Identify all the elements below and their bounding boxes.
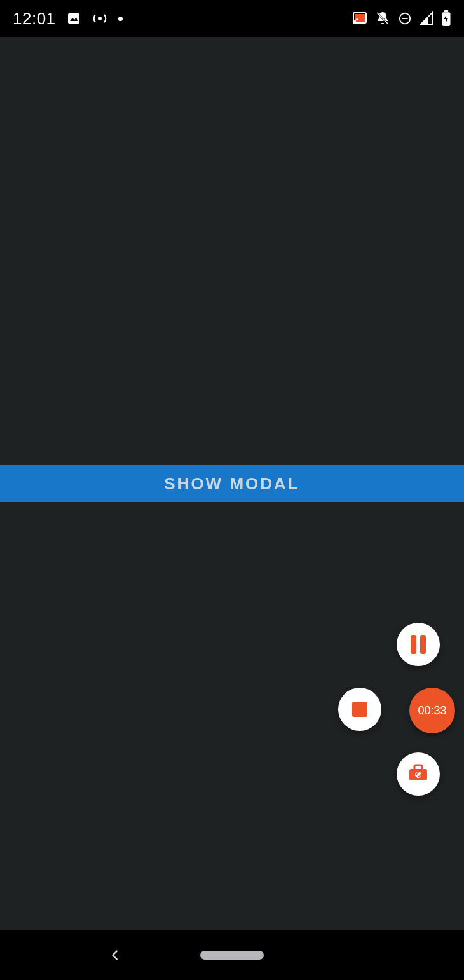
status-bar-left: 12:01 — [13, 9, 123, 29]
svg-rect-3 — [355, 14, 365, 22]
battery-charging-icon — [441, 10, 451, 27]
recorder-pause-button[interactable] — [397, 623, 440, 666]
nav-home-handle[interactable] — [200, 951, 264, 960]
toolbox-icon — [407, 763, 430, 786]
chevron-left-icon — [108, 946, 122, 964]
svg-rect-11 — [414, 765, 422, 770]
nav-back-button[interactable] — [108, 946, 122, 964]
notification-dot-icon — [118, 17, 123, 21]
svg-rect-0 — [68, 13, 79, 24]
recorder-stop-button[interactable] — [338, 688, 381, 731]
status-bar-right — [352, 10, 451, 27]
cast-icon — [352, 11, 367, 25]
pause-icon — [411, 635, 426, 654]
status-bar: 12:01 — [0, 0, 464, 37]
status-bar-time: 12:01 — [13, 9, 56, 29]
bell-off-icon — [375, 11, 390, 26]
navigation-bar — [0, 930, 464, 980]
recorder-timer-label: 00:33 — [418, 704, 446, 718]
svg-point-1 — [98, 17, 102, 20]
cell-signal-icon — [420, 11, 433, 25]
screen-recorder-overlay: 00:33 — [338, 623, 459, 801]
stop-icon — [352, 702, 367, 717]
recorder-timer-button[interactable]: 00:33 — [409, 688, 455, 733]
radio-icon — [92, 11, 108, 26]
do-not-disturb-icon — [398, 11, 412, 25]
show-modal-button[interactable]: SHOW MODAL — [0, 465, 464, 502]
recorder-tools-button[interactable] — [397, 752, 440, 796]
device-frame: 12:01 — [0, 0, 464, 980]
image-icon — [66, 11, 81, 26]
svg-rect-9 — [444, 10, 449, 12]
